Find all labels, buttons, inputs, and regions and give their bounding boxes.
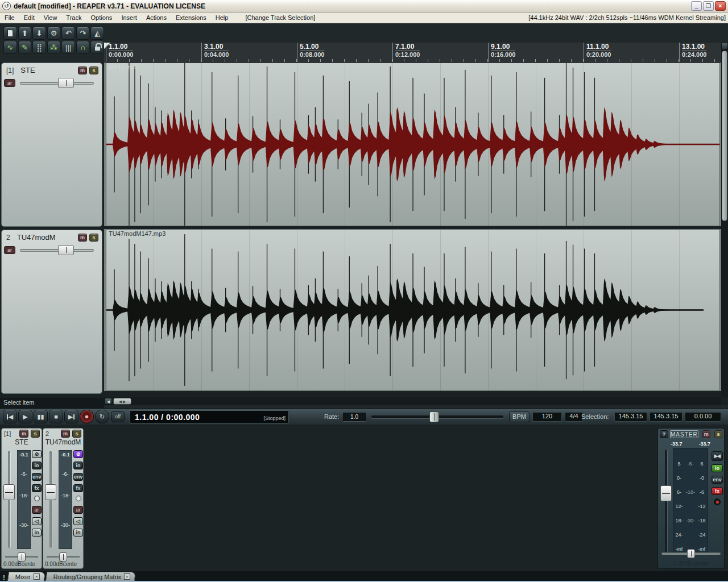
- volume-handle[interactable]: [58, 245, 74, 255]
- strip-phase-button[interactable]: ⊘: [73, 450, 83, 458]
- track-volume-slider[interactable]: [20, 78, 94, 88]
- strip-volume-fader[interactable]: [45, 451, 56, 548]
- horizontal-scrollbar[interactable]: ◀ ◀ ▶: [104, 397, 721, 405]
- master-help-button[interactable]: ?: [660, 430, 668, 438]
- selection-start[interactable]: 145.3.15: [614, 412, 647, 422]
- strip-name[interactable]: TU47modM: [43, 438, 83, 446]
- tab-mixer[interactable]: Mixer ×: [7, 572, 46, 581]
- master-solo-button[interactable]: s: [714, 430, 722, 438]
- vertical-scrollbar[interactable]: [721, 43, 728, 397]
- tab-mixer-close-icon[interactable]: ×: [34, 573, 40, 580]
- ripple-edit-icon[interactable]: |||: [61, 41, 75, 54]
- strip-env-button[interactable]: env: [32, 473, 42, 481]
- track-name[interactable]: STE: [20, 66, 76, 74]
- new-project-icon[interactable]: [3, 27, 17, 40]
- strip-monitor-button[interactable]: ◁: [32, 517, 42, 525]
- strip-input-button[interactable]: in: [73, 529, 83, 537]
- tab-routing-close-icon[interactable]: ×: [124, 573, 130, 580]
- strip-arm-button[interactable]: ar: [32, 506, 42, 514]
- strip-mute-button[interactable]: m: [19, 430, 28, 438]
- track-panel-1[interactable]: [1]STEmsar: [1, 63, 102, 227]
- pause-button[interactable]: ▮▮: [34, 410, 48, 423]
- snap-toggle-icon[interactable]: ∩: [76, 41, 90, 54]
- stop-button[interactable]: ■: [49, 410, 63, 423]
- rate-value[interactable]: 1.0: [343, 413, 366, 421]
- item-grouping-icon[interactable]: ⁂: [47, 41, 61, 54]
- record-button[interactable]: ●: [80, 410, 94, 423]
- pencil-mode-icon[interactable]: ✎: [18, 41, 32, 54]
- hscroll-thumb[interactable]: ◀ ▶: [113, 398, 131, 405]
- undo-icon[interactable]: ↶: [61, 27, 75, 40]
- strip-phase-button[interactable]: ⊘: [32, 450, 42, 458]
- track-name[interactable]: TU47modM: [17, 233, 76, 242]
- time-signature[interactable]: 4/4: [565, 412, 583, 422]
- strip-pan-slider[interactable]: [47, 552, 80, 562]
- master-mute-button[interactable]: m: [702, 430, 710, 438]
- pan-handle[interactable]: [18, 552, 26, 562]
- master-fader-handle[interactable]: [660, 485, 672, 501]
- master-fx-button[interactable]: fx: [712, 487, 723, 495]
- transport-off-button[interactable]: off: [111, 411, 125, 422]
- menu-options[interactable]: Options: [86, 13, 117, 22]
- track-volume-slider[interactable]: [20, 245, 94, 255]
- strip-mute-button[interactable]: m: [61, 430, 70, 438]
- strip-pan-slider[interactable]: [5, 552, 38, 562]
- master-io-button[interactable]: io: [712, 464, 723, 472]
- strip-input-button[interactable]: in: [32, 529, 42, 537]
- save-project-icon[interactable]: ⬇: [32, 27, 46, 40]
- timeline-ruler[interactable]: 1.1.000:00.0003.1.000:04.0005.1.000:08.0…: [104, 43, 721, 63]
- track-solo-button[interactable]: s: [89, 66, 98, 74]
- strip-volume-fader[interactable]: [3, 451, 15, 548]
- menu-view[interactable]: View: [39, 13, 62, 22]
- master-pan-handle[interactable]: [687, 549, 695, 558]
- menu-help[interactable]: Help: [211, 13, 233, 22]
- menu-extensions[interactable]: Extensions: [171, 13, 211, 22]
- open-project-icon[interactable]: ⬆: [18, 27, 32, 40]
- selection-end[interactable]: 145.3.15: [650, 412, 682, 422]
- menu-file[interactable]: File: [0, 13, 19, 22]
- rate-slider[interactable]: [371, 415, 503, 418]
- master-volume-fader[interactable]: [660, 450, 672, 552]
- bpm-label[interactable]: BPM: [509, 411, 530, 422]
- pan-handle[interactable]: [59, 552, 67, 562]
- track-panel-2[interactable]: 2TU47modMmsar: [1, 230, 102, 394]
- master-label[interactable]: MASTER: [670, 430, 698, 438]
- repeat-button[interactable]: ↻: [95, 410, 109, 423]
- lock-toggle-icon[interactable]: [90, 41, 104, 54]
- arrange-view[interactable]: 1.1.000:00.0003.1.000:04.0005.1.000:08.0…: [104, 43, 728, 405]
- selection-length[interactable]: 0.0.00: [685, 412, 721, 422]
- menu-actions[interactable]: Actions: [142, 13, 171, 22]
- track-mute-button[interactable]: m: [78, 66, 87, 74]
- track-arm-button[interactable]: ar: [4, 246, 15, 254]
- media-item-2[interactable]: TU47modM147.mp3: [106, 229, 720, 391]
- minimize-button[interactable]: _: [691, 1, 702, 11]
- play-button[interactable]: ▶: [18, 410, 32, 423]
- title-bar[interactable]: ↺ default [modified] - REAPER v3.71 - EV…: [0, 0, 728, 13]
- redo-icon[interactable]: ↷: [76, 27, 90, 40]
- rate-slider-handle[interactable]: [429, 411, 439, 422]
- grid-settings-icon[interactable]: ⣿: [32, 41, 46, 54]
- master-env-button[interactable]: env: [712, 476, 723, 484]
- envelope-mode-icon[interactable]: ∿: [3, 41, 17, 54]
- close-button[interactable]: ×: [715, 1, 726, 11]
- strip-env-button[interactable]: env: [73, 473, 83, 481]
- strip-solo-button[interactable]: s: [31, 430, 40, 438]
- strip-arm-button[interactable]: ar: [73, 506, 83, 514]
- menu-track[interactable]: Track: [61, 13, 86, 22]
- strip-monitor-button[interactable]: ◁: [73, 517, 83, 525]
- strip-io-button[interactable]: io: [32, 462, 42, 469]
- tab-routing-grouping-matrix[interactable]: Routing/Grouping Matrix ×: [46, 572, 136, 581]
- bpm-value[interactable]: 120: [532, 412, 562, 422]
- strip-fx-button[interactable]: fx: [32, 484, 42, 492]
- media-item-1[interactable]: M147.mp3: [106, 63, 720, 226]
- strip-pan-knob[interactable]: [76, 496, 81, 501]
- volume-handle[interactable]: [58, 78, 74, 88]
- strip-io-button[interactable]: io: [73, 462, 83, 469]
- fader-handle[interactable]: [3, 484, 15, 500]
- strip-solo-button[interactable]: s: [72, 430, 81, 438]
- track-lane-2[interactable]: TU47modM147.mp3: [104, 229, 721, 391]
- vscroll-thumb[interactable]: [722, 51, 727, 221]
- strip-fx-button[interactable]: fx: [73, 484, 83, 492]
- track-mute-button[interactable]: m: [78, 234, 87, 242]
- vscroll-zoom-button[interactable]: [721, 43, 728, 49]
